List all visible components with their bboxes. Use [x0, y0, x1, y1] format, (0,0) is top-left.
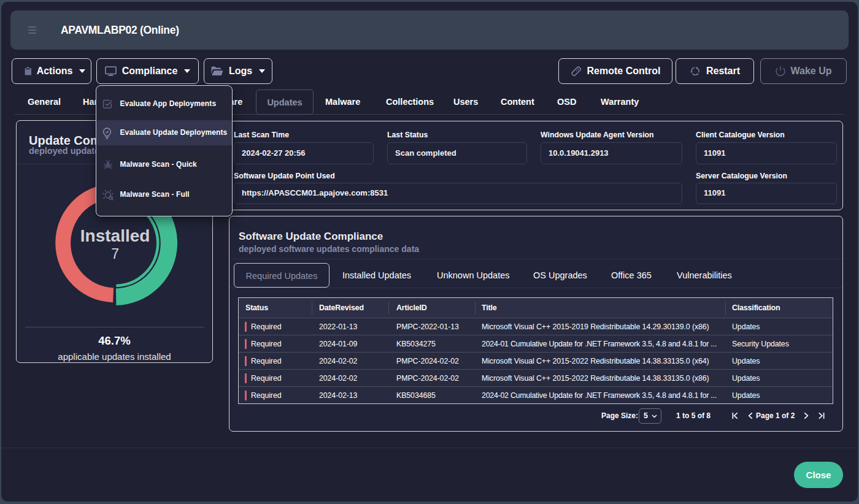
- svg-text:7: 7: [111, 246, 119, 262]
- svg-text:Installed: Installed: [80, 226, 150, 245]
